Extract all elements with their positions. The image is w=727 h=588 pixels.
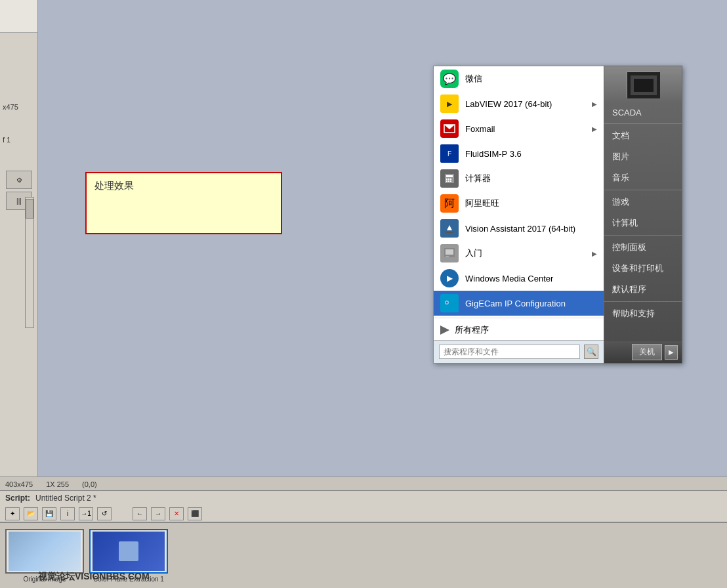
right-menu-music[interactable]: 音乐 (604, 167, 682, 188)
svg-rect-21 (634, 79, 654, 92)
right-menu-defaults[interactable]: 默认程序 (604, 279, 682, 300)
all-programs-arrow-icon (440, 326, 449, 335)
right-menu-games[interactable]: 游戏 (604, 192, 682, 213)
svg-rect-3 (446, 178, 447, 180)
labview-icon: ▶ (440, 94, 459, 113)
script-btn-new[interactable]: ✦ (5, 507, 20, 520)
menu-divider (434, 318, 604, 318)
aliwangwang-icon: 阿 (440, 194, 459, 213)
start-menu-bottom: 关机 ▶ (604, 341, 682, 363)
vision-icon (440, 219, 459, 238)
scroll-thumb[interactable] (26, 199, 33, 219)
menu-item-fluidsim[interactable]: F FluidSIM-P 3.6 (434, 141, 604, 166)
menu-item-foxmail[interactable]: Foxmail ▶ (434, 116, 604, 141)
menu-item-wmc-label: Windows Media Center (465, 274, 597, 284)
svg-rect-5 (450, 178, 451, 180)
menu-item-labview-label: LabVIEW 2017 (64-bit) (465, 99, 585, 109)
start-search-bar: 🔍 (434, 340, 604, 363)
right-divider-3 (604, 235, 682, 236)
user-avatar (627, 72, 659, 98)
script-label: Script: (5, 494, 30, 503)
foxmail-icon (440, 119, 459, 138)
svg-rect-7 (448, 180, 449, 182)
script-buttons-bar: ✦ 📂 💾 i →1 ↺ ← → ✕ ⬛ (0, 505, 727, 522)
script-btn-open[interactable]: 📂 (24, 507, 38, 520)
calc-icon (440, 169, 459, 188)
color-plane-preview (93, 532, 165, 571)
thumbnail-img-2[interactable] (89, 529, 168, 574)
script-btn-stop[interactable]: ✕ (169, 507, 184, 520)
script-btn-next[interactable]: → (151, 507, 165, 520)
script-btn-run[interactable]: ⬛ (188, 507, 202, 520)
right-menu-control-panel[interactable]: 控制面板 (604, 237, 682, 258)
right-menu-computer[interactable]: 计算机 (604, 213, 682, 234)
wmc-icon: ▶ (440, 269, 459, 287)
menu-item-aliwangwang[interactable]: 阿 阿里旺旺 (434, 191, 604, 216)
thumbnail-img-1[interactable] (5, 529, 84, 574)
labview-submenu-arrow: ▶ (592, 100, 597, 108)
watermark: 视觉论坛VISIONBBS.COM (38, 571, 150, 583)
right-menu-docs[interactable]: 文档 (604, 125, 682, 146)
right-divider-1 (604, 123, 682, 124)
intro-submenu-arrow: ▶ (592, 250, 597, 257)
svg-marker-16 (453, 301, 455, 304)
gigecam-icon (440, 294, 459, 312)
shutdown-arrow-button[interactable]: ▶ (665, 345, 678, 360)
right-menu-scada[interactable]: SCADA (604, 103, 682, 122)
svg-point-18 (446, 302, 448, 304)
menu-item-wechat[interactable]: 💬 微信 (434, 66, 604, 91)
menu-item-labview[interactable]: ▶ LabVIEW 2017 (64-bit) ▶ (434, 91, 604, 116)
right-menu-pictures[interactable]: 图片 (604, 146, 682, 167)
svg-rect-4 (448, 178, 449, 180)
search-input[interactable] (439, 345, 580, 359)
right-divider-4 (604, 301, 682, 302)
scroll-bar[interactable] (25, 197, 34, 328)
original-image-preview (9, 532, 81, 571)
status-size: 403x475 (5, 480, 33, 488)
script-btn-refresh[interactable]: ↺ (97, 507, 112, 520)
menu-item-vision[interactable]: Vision Assistant 2017 (64-bit) (434, 216, 604, 241)
script-title: Untitled Script 2 * (35, 494, 96, 503)
search-button[interactable]: 🔍 (584, 345, 598, 359)
menu-item-calc[interactable]: 计算器 (434, 166, 604, 191)
scale-info: f 1 (0, 135, 13, 145)
shutdown-button[interactable]: 关机 (632, 344, 662, 360)
panel-top (0, 0, 37, 33)
user-avatar-area (604, 66, 682, 103)
script-btn-save[interactable]: 💾 (42, 507, 56, 520)
status-coords: (0,0) (82, 480, 97, 488)
menu-item-wmc[interactable]: ▶ Windows Media Center (434, 266, 604, 291)
svg-rect-8 (450, 180, 451, 182)
start-menu-right: SCADA 文档 图片 音乐 游戏 计算机 控制面板 设备和打印机 默认程序 帮… (604, 66, 682, 364)
menu-item-fluidsim-label: FluidSIM-P 3.6 (465, 149, 597, 159)
status-bar: 403x475 1X 255 (0,0) (0, 476, 727, 491)
svg-rect-11 (446, 232, 453, 233)
menu-item-calc-label: 计算器 (465, 173, 597, 184)
start-menu: 💬 微信 ▶ LabVIEW 2017 (64-bit) ▶ Fox (433, 66, 682, 364)
menu-item-intro[interactable]: 入门 ▶ (434, 241, 604, 266)
menu-item-aliwangwang-label: 阿里旺旺 (465, 198, 597, 209)
right-menu-help[interactable]: 帮助和支持 (604, 303, 682, 324)
thumbnail-strip: Original Image Color Plane Extraction 1 … (0, 522, 727, 588)
intro-icon (440, 244, 459, 262)
start-menu-programs: 💬 微信 ▶ LabVIEW 2017 (64-bit) ▶ Fox (433, 66, 604, 364)
foxmail-submenu-arrow: ▶ (592, 125, 597, 133)
right-menu-items: SCADA 文档 图片 音乐 游戏 计算机 控制面板 设备和打印机 默认程序 帮… (604, 103, 682, 341)
svg-rect-13 (446, 249, 453, 255)
menu-item-foxmail-label: Foxmail (465, 124, 585, 134)
script-btn-step[interactable]: →1 (79, 507, 93, 520)
script-btn-info[interactable]: i (60, 507, 75, 520)
menu-item-vision-label: Vision Assistant 2017 (64-bit) (465, 224, 597, 234)
script-toolbar: Script: Untitled Script 2 * (0, 490, 727, 506)
svg-rect-6 (446, 180, 447, 182)
script-btn-prev[interactable]: ← (133, 507, 147, 520)
fluidsim-icon: F (440, 144, 459, 163)
menu-item-intro-label: 入门 (465, 247, 585, 259)
all-programs-item[interactable]: 所有程序 (434, 320, 604, 340)
menu-item-gigecam[interactable]: GigECam IP Configuration (434, 291, 604, 316)
result-text: 处理效果 (94, 180, 134, 192)
panel-icon-1[interactable]: ⚙ (6, 171, 32, 189)
svg-rect-2 (446, 175, 453, 177)
right-menu-devices[interactable]: 设备和打印机 (604, 258, 682, 279)
svg-rect-14 (446, 256, 449, 257)
